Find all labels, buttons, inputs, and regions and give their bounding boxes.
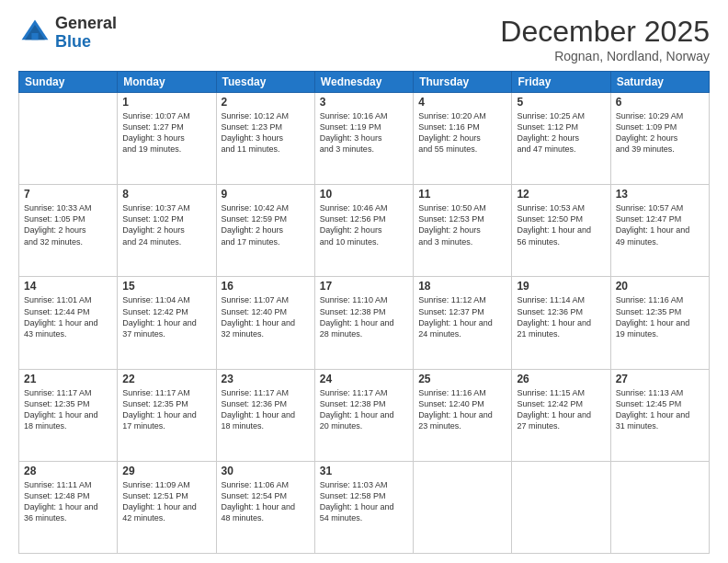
day-info: Sunrise: 10:25 AM Sunset: 1:12 PM Daylig… <box>517 110 605 155</box>
day-info: Sunrise: 10:07 AM Sunset: 1:27 PM Daylig… <box>122 110 210 155</box>
day-info: Sunrise: 10:12 AM Sunset: 1:23 PM Daylig… <box>222 110 310 155</box>
day-number: 3 <box>320 96 408 109</box>
day-number: 16 <box>222 280 310 293</box>
day-number: 25 <box>418 373 506 385</box>
header: GeneralBlue December 2025 Rognan, Nordla… <box>18 15 710 63</box>
day-info: Sunrise: 10:50 AM Sunset: 12:53 PM Dayli… <box>418 202 506 247</box>
day-info: Sunrise: 11:17 AM Sunset: 12:35 PM Dayli… <box>24 387 112 432</box>
day-info: Sunrise: 11:06 AM Sunset: 12:54 PM Dayli… <box>222 479 310 524</box>
col-monday: Monday <box>118 72 216 93</box>
day-number: 31 <box>320 465 408 477</box>
day-info: Sunrise: 11:14 AM Sunset: 12:36 PM Dayli… <box>517 294 605 339</box>
day-number: 2 <box>222 96 310 109</box>
calendar-cell: 30Sunrise: 11:06 AM Sunset: 12:54 PM Day… <box>216 461 314 553</box>
weekday-header-row: Sunday Monday Tuesday Wednesday Thursday… <box>19 72 710 93</box>
logo-blue: Blue <box>55 32 91 51</box>
day-info: Sunrise: 10:29 AM Sunset: 1:09 PM Daylig… <box>616 110 704 155</box>
col-friday: Friday <box>512 72 610 93</box>
day-info: Sunrise: 11:10 AM Sunset: 12:38 PM Dayli… <box>320 294 408 339</box>
svg-rect-2 <box>31 33 38 40</box>
calendar-week-3: 14Sunrise: 11:01 AM Sunset: 12:44 PM Day… <box>19 277 710 369</box>
title-block: December 2025 Rognan, Nordland, Norway <box>500 15 710 63</box>
col-sunday: Sunday <box>19 72 118 93</box>
calendar-cell: 31Sunrise: 11:03 AM Sunset: 12:58 PM Day… <box>314 461 413 553</box>
calendar-cell: 19Sunrise: 11:14 AM Sunset: 12:36 PM Day… <box>512 277 610 369</box>
day-number: 15 <box>122 280 210 293</box>
calendar-cell: 23Sunrise: 11:17 AM Sunset: 12:36 PM Day… <box>216 369 314 461</box>
day-number: 27 <box>616 373 704 385</box>
day-number: 21 <box>24 373 112 385</box>
calendar-cell: 9Sunrise: 10:42 AM Sunset: 12:59 PM Dayl… <box>216 185 314 277</box>
logo: GeneralBlue <box>18 15 117 52</box>
day-number: 8 <box>122 188 210 201</box>
day-info: Sunrise: 11:15 AM Sunset: 12:42 PM Dayli… <box>517 387 605 432</box>
day-info: Sunrise: 11:03 AM Sunset: 12:58 PM Dayli… <box>320 479 408 524</box>
calendar-cell: 4Sunrise: 10:20 AM Sunset: 1:16 PM Dayli… <box>414 93 512 185</box>
day-info: Sunrise: 11:07 AM Sunset: 12:40 PM Dayli… <box>222 294 310 339</box>
day-info: Sunrise: 11:13 AM Sunset: 12:45 PM Dayli… <box>616 387 704 432</box>
calendar-cell <box>512 461 610 553</box>
day-info: Sunrise: 10:37 AM Sunset: 1:02 PM Daylig… <box>122 202 210 247</box>
day-number: 28 <box>24 465 112 477</box>
logo-icon <box>18 17 51 50</box>
calendar-cell: 27Sunrise: 11:13 AM Sunset: 12:45 PM Day… <box>610 369 709 461</box>
calendar-cell: 11Sunrise: 10:50 AM Sunset: 12:53 PM Day… <box>414 185 512 277</box>
day-info: Sunrise: 11:04 AM Sunset: 12:42 PM Dayli… <box>122 294 210 339</box>
day-number: 5 <box>517 96 605 109</box>
day-info: Sunrise: 11:16 AM Sunset: 12:35 PM Dayli… <box>616 294 704 339</box>
calendar-week-5: 28Sunrise: 11:11 AM Sunset: 12:48 PM Day… <box>19 461 710 553</box>
calendar-week-4: 21Sunrise: 11:17 AM Sunset: 12:35 PM Day… <box>19 369 710 461</box>
day-info: Sunrise: 11:17 AM Sunset: 12:35 PM Dayli… <box>122 387 210 432</box>
day-info: Sunrise: 11:16 AM Sunset: 12:40 PM Dayli… <box>418 387 506 432</box>
day-number: 9 <box>222 188 310 201</box>
day-number: 11 <box>418 188 506 201</box>
calendar-cell <box>414 461 512 553</box>
day-info: Sunrise: 11:12 AM Sunset: 12:37 PM Dayli… <box>418 294 506 339</box>
day-info: Sunrise: 10:33 AM Sunset: 1:05 PM Daylig… <box>24 202 112 247</box>
day-info: Sunrise: 11:09 AM Sunset: 12:51 PM Dayli… <box>122 479 210 524</box>
calendar-cell <box>610 461 709 553</box>
calendar-cell: 25Sunrise: 11:16 AM Sunset: 12:40 PM Day… <box>414 369 512 461</box>
day-number: 10 <box>320 188 408 201</box>
day-info: Sunrise: 11:11 AM Sunset: 12:48 PM Dayli… <box>24 479 112 524</box>
calendar-week-2: 7Sunrise: 10:33 AM Sunset: 1:05 PM Dayli… <box>19 185 710 277</box>
calendar-table: Sunday Monday Tuesday Wednesday Thursday… <box>18 71 710 554</box>
calendar-cell <box>19 93 118 185</box>
day-number: 20 <box>616 280 704 293</box>
day-number: 22 <box>122 373 210 385</box>
calendar-cell: 26Sunrise: 11:15 AM Sunset: 12:42 PM Day… <box>512 369 610 461</box>
calendar-cell: 5Sunrise: 10:25 AM Sunset: 1:12 PM Dayli… <box>512 93 610 185</box>
calendar-cell: 8Sunrise: 10:37 AM Sunset: 1:02 PM Dayli… <box>118 185 216 277</box>
day-info: Sunrise: 10:20 AM Sunset: 1:16 PM Daylig… <box>418 110 506 155</box>
calendar-cell: 29Sunrise: 11:09 AM Sunset: 12:51 PM Day… <box>118 461 216 553</box>
day-number: 4 <box>418 96 506 109</box>
calendar-cell: 13Sunrise: 10:57 AM Sunset: 12:47 PM Day… <box>610 185 709 277</box>
day-number: 30 <box>222 465 310 477</box>
col-thursday: Thursday <box>414 72 512 93</box>
location: Rognan, Nordland, Norway <box>500 49 710 63</box>
day-number: 12 <box>517 188 605 201</box>
day-number: 6 <box>616 96 704 109</box>
page: GeneralBlue December 2025 Rognan, Nordla… <box>0 0 728 563</box>
calendar-cell: 22Sunrise: 11:17 AM Sunset: 12:35 PM Day… <box>118 369 216 461</box>
calendar-cell: 14Sunrise: 11:01 AM Sunset: 12:44 PM Day… <box>19 277 118 369</box>
day-number: 7 <box>24 188 112 201</box>
calendar-cell: 2Sunrise: 10:12 AM Sunset: 1:23 PM Dayli… <box>216 93 314 185</box>
calendar-cell: 3Sunrise: 10:16 AM Sunset: 1:19 PM Dayli… <box>314 93 413 185</box>
day-number: 13 <box>616 188 704 201</box>
day-number: 1 <box>122 96 210 109</box>
logo-text: GeneralBlue <box>55 15 117 52</box>
calendar-cell: 12Sunrise: 10:53 AM Sunset: 12:50 PM Day… <box>512 185 610 277</box>
day-number: 26 <box>517 373 605 385</box>
calendar-cell: 21Sunrise: 11:17 AM Sunset: 12:35 PM Day… <box>19 369 118 461</box>
day-number: 19 <box>517 280 605 293</box>
day-number: 29 <box>122 465 210 477</box>
calendar-cell: 1Sunrise: 10:07 AM Sunset: 1:27 PM Dayli… <box>118 93 216 185</box>
calendar-cell: 15Sunrise: 11:04 AM Sunset: 12:42 PM Day… <box>118 277 216 369</box>
calendar-cell: 6Sunrise: 10:29 AM Sunset: 1:09 PM Dayli… <box>610 93 709 185</box>
day-number: 17 <box>320 280 408 293</box>
day-number: 14 <box>24 280 112 293</box>
col-wednesday: Wednesday <box>314 72 413 93</box>
day-info: Sunrise: 10:42 AM Sunset: 12:59 PM Dayli… <box>222 202 310 247</box>
day-info: Sunrise: 11:01 AM Sunset: 12:44 PM Dayli… <box>24 294 112 339</box>
